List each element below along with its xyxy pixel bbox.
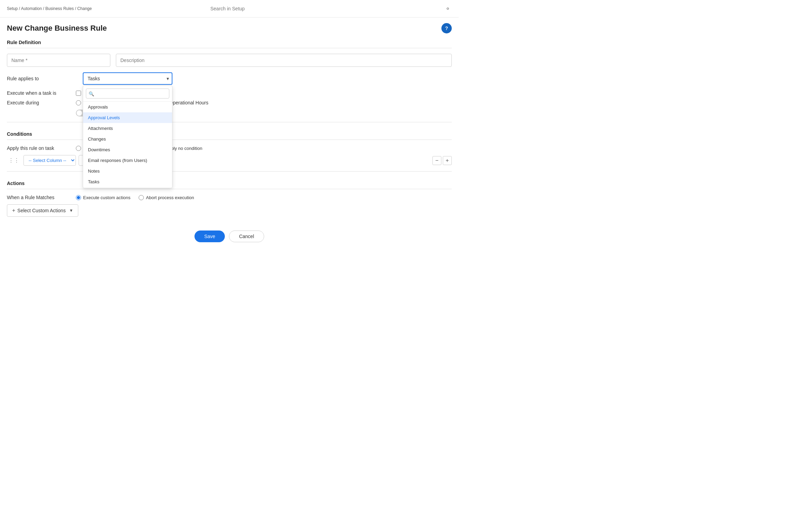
name-input[interactable] (7, 54, 110, 67)
rule-applies-label: Rule applies to (7, 72, 76, 81)
search-area: ⚬ (210, 3, 452, 14)
dropdown-search-icon: 🔍 (89, 91, 94, 96)
top-bar: Setup / Automation / Business Rules / Ch… (0, 0, 459, 18)
search-input[interactable] (210, 4, 441, 13)
dropdown-chevron-icon: ▼ (69, 208, 73, 213)
dropdown-item-changes[interactable]: Changes (83, 134, 172, 144)
description-input[interactable] (116, 54, 452, 67)
execute-during-label: Execute during (7, 100, 76, 105)
add-condition-button[interactable]: + (443, 156, 452, 165)
section-divider-2 (7, 171, 452, 172)
dropdown-search-area: 🔍 (83, 86, 172, 102)
select-custom-actions-label: Select Custom Actions (17, 208, 66, 213)
checkbox-edited-input[interactable] (76, 91, 81, 96)
toggle-knob (77, 110, 82, 116)
condition-row: ⋮⋮ -- Select Column -- Select : − + (7, 155, 452, 166)
select-custom-actions-button[interactable]: + Select Custom Actions ▼ (7, 204, 78, 217)
dropdown-item-email-responses[interactable]: Email responses (from Users) (83, 155, 172, 166)
main-content: Rule Definition Rule applies to Tasks ▾ … (0, 36, 459, 256)
description-field-wrapper (116, 54, 452, 67)
dropdown-item-downtimes[interactable]: Downtimes (83, 144, 172, 155)
execute-when-row: Execute when a task is Edited Deleted (7, 90, 452, 96)
remove-condition-button[interactable]: − (432, 156, 441, 165)
conditions-section-title: Conditions (7, 128, 452, 140)
dropdown-popup: 🔍 Approvals Approval Levels Attachments … (83, 85, 172, 188)
actions-section: Actions When a Rule Matches Execute cust… (7, 177, 452, 217)
dropdown-search-input[interactable] (86, 89, 169, 99)
rule-applies-row: Rule applies to Tasks ▾ 🔍 Approvals Appr… (7, 72, 452, 85)
help-button[interactable]: ? (441, 23, 452, 33)
page-header: New Change Business Rule ? (0, 18, 459, 36)
section-divider (7, 122, 452, 122)
action-abort-process-label: Abort process execution (146, 195, 194, 200)
name-description-row (7, 54, 452, 67)
name-field-wrapper (7, 54, 110, 67)
cancel-button[interactable]: Cancel (229, 231, 264, 242)
dropdown-item-tasks[interactable]: Tasks (83, 176, 172, 187)
footer-buttons: Save Cancel (7, 224, 452, 249)
dropdown-item-approvals[interactable]: Approvals (83, 102, 172, 112)
page-title: New Change Business Rule (7, 24, 107, 33)
radio-custom-functions-input[interactable] (76, 146, 81, 151)
search-icon-button[interactable]: ⚬ (444, 3, 452, 14)
action-abort-process[interactable]: Abort process execution (139, 195, 194, 200)
enable-rule-row: Enable Rule (7, 110, 452, 116)
dropdown-item-approval-levels[interactable]: Approval Levels (83, 112, 172, 123)
add-remove-buttons: − + (432, 156, 452, 165)
when-rule-row: When a Rule Matches Execute custom actio… (7, 195, 452, 200)
rule-definition-section-title: Rule Definition (7, 36, 452, 48)
action-execute-custom-label: Execute custom actions (83, 195, 130, 200)
drag-handle-icon[interactable]: ⋮⋮ (7, 157, 21, 164)
radio-execute-custom-input[interactable] (76, 195, 81, 200)
apply-rule-label: Apply this rule on task (7, 145, 76, 151)
rule-applies-dropdown[interactable]: Tasks (83, 72, 172, 85)
save-button[interactable]: Save (194, 231, 225, 242)
dropdown-list: Approvals Approval Levels Attachments Ch… (83, 102, 172, 188)
dropdown-item-notes[interactable]: Notes (83, 166, 172, 176)
apply-rule-row: Apply this rule on task conditions using… (7, 145, 452, 151)
action-options: Execute custom actions Abort process exe… (76, 195, 194, 200)
actions-section-title: Actions (7, 177, 452, 189)
rule-applies-dropdown-wrapper: Tasks ▾ 🔍 Approvals Approval Levels Atta… (83, 72, 172, 85)
dropdown-item-worklogs[interactable]: Worklogs (83, 187, 172, 188)
select-column-dropdown[interactable]: -- Select Column -- (23, 155, 76, 166)
action-execute-custom[interactable]: Execute custom actions (76, 195, 130, 200)
execute-during-row: Execute during Within Operational Hours … (7, 100, 452, 105)
search-input-wrapper (210, 4, 441, 13)
dropdown-search-wrapper: 🔍 (86, 89, 169, 99)
when-rule-label: When a Rule Matches (7, 195, 76, 200)
breadcrumb: Setup / Automation / Business Rules / Ch… (7, 6, 92, 11)
plus-icon: + (12, 207, 15, 214)
radio-abort-process-input[interactable] (139, 195, 144, 200)
radio-within-hours-input[interactable] (76, 100, 81, 105)
execute-when-label: Execute when a task is (7, 90, 76, 96)
conditions-section: Conditions Apply this rule on task condi… (7, 128, 452, 166)
dropdown-item-attachments[interactable]: Attachments (83, 123, 172, 134)
